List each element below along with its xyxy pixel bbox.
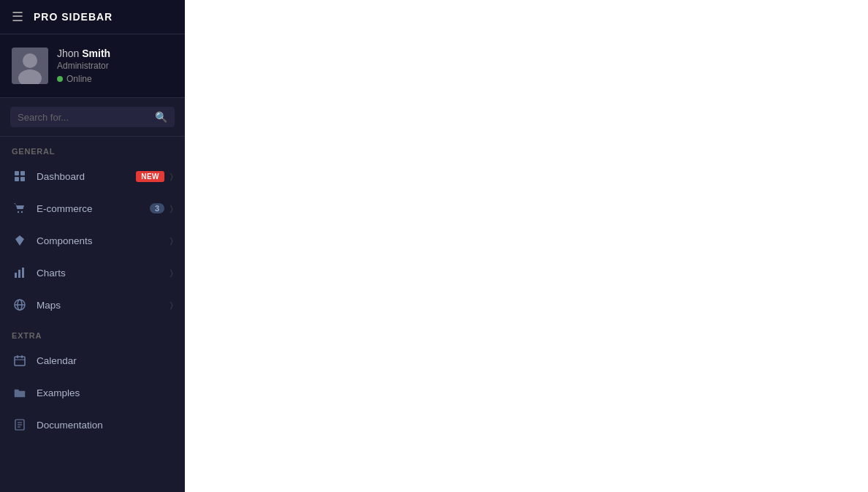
doc-icon xyxy=(12,417,28,433)
sidebar-item-calendar[interactable]: Calendar xyxy=(0,344,185,376)
user-name: Jhon Smith xyxy=(57,48,110,59)
hamburger-icon[interactable]: ☰ xyxy=(12,10,23,23)
user-profile: Jhon Smith Administrator Online xyxy=(0,34,185,98)
sidebar-item-label-charts: Charts xyxy=(37,268,170,279)
svg-rect-11 xyxy=(18,270,20,278)
main-content xyxy=(185,0,868,492)
svg-point-7 xyxy=(18,211,19,213)
sidebar-item-examples[interactable]: Examples xyxy=(0,376,185,409)
sidebar-item-documentation[interactable]: Documentation xyxy=(0,409,185,441)
sidebar-header: ☰ PRO SIDEBAR xyxy=(0,0,185,34)
sidebar-item-charts[interactable]: Charts 〉 xyxy=(0,257,185,289)
sidebar-item-label-components: Components xyxy=(37,235,170,246)
user-role: Administrator xyxy=(57,61,110,71)
avatar xyxy=(12,48,48,84)
sidebar-item-label-dashboard: Dashboard xyxy=(37,171,136,182)
chevron-icon-ecommerce: 〉 xyxy=(170,204,173,213)
search-input-wrapper: 🔍 xyxy=(10,107,175,127)
sidebar-item-label-examples: Examples xyxy=(37,387,173,398)
chevron-icon-dashboard: 〉 xyxy=(170,172,173,181)
svg-rect-6 xyxy=(20,177,25,181)
dashboard-icon xyxy=(12,168,28,184)
globe-icon xyxy=(12,297,28,313)
svg-marker-9 xyxy=(15,235,24,246)
chevron-icon-charts: 〉 xyxy=(170,268,173,278)
svg-point-8 xyxy=(21,211,23,213)
sidebar-item-ecommerce[interactable]: E-commerce 3 〉 xyxy=(0,192,185,224)
sidebar-item-dashboard[interactable]: Dashboard New 〉 xyxy=(0,160,185,192)
svg-rect-16 xyxy=(15,357,25,366)
search-input[interactable] xyxy=(18,112,155,123)
bar-chart-icon xyxy=(12,265,28,281)
badge-new-dashboard: New xyxy=(136,171,164,182)
search-container: 🔍 xyxy=(0,98,185,137)
chevron-icon-components: 〉 xyxy=(170,236,173,246)
svg-rect-10 xyxy=(15,273,17,278)
sidebar-item-label-documentation: Documentation xyxy=(37,420,173,431)
folder-icon xyxy=(12,385,28,401)
sidebar: ☰ PRO SIDEBAR Jhon Smith Administrator O… xyxy=(0,0,185,492)
search-icon[interactable]: 🔍 xyxy=(155,111,167,123)
calendar-icon xyxy=(12,352,28,368)
user-info: Jhon Smith Administrator Online xyxy=(57,48,110,84)
section-label-extra: Extra xyxy=(0,321,185,344)
svg-rect-12 xyxy=(22,268,24,278)
badge-num-ecommerce: 3 xyxy=(150,203,164,213)
svg-rect-5 xyxy=(15,177,19,181)
svg-point-1 xyxy=(23,53,37,68)
sidebar-title: PRO SIDEBAR xyxy=(34,11,113,23)
gem-icon xyxy=(12,232,28,249)
user-status: Online xyxy=(57,74,110,84)
chevron-icon-maps: 〉 xyxy=(170,300,173,310)
svg-rect-3 xyxy=(15,171,19,175)
sidebar-item-label-calendar: Calendar xyxy=(37,355,173,366)
sidebar-item-components[interactable]: Components 〉 xyxy=(0,224,185,257)
sidebar-item-label-ecommerce: E-commerce xyxy=(37,203,150,214)
svg-rect-4 xyxy=(20,171,25,175)
cart-icon xyxy=(12,200,28,216)
sidebar-item-maps[interactable]: Maps 〉 xyxy=(0,289,185,321)
status-dot xyxy=(57,76,63,82)
section-label-general: General xyxy=(0,137,185,160)
sidebar-item-label-maps: Maps xyxy=(37,300,170,311)
